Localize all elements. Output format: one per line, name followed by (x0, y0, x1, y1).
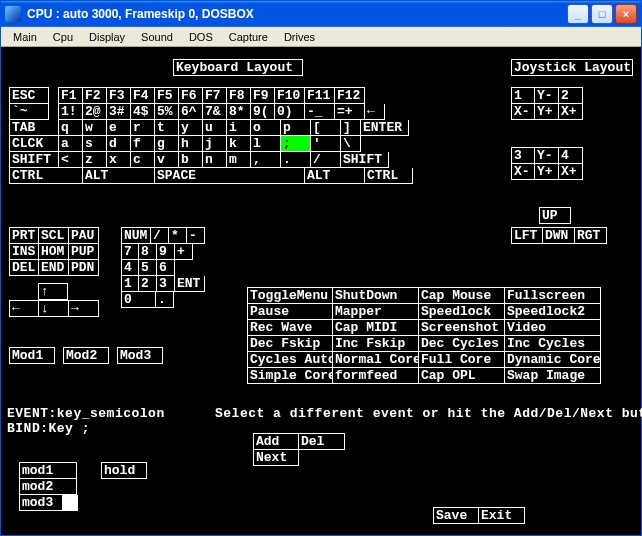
key-quote[interactable]: ' (311, 136, 341, 152)
key-period[interactable]: . (281, 152, 311, 168)
key-equals[interactable]: =+ (335, 104, 365, 120)
key-numlock[interactable]: NUM (121, 227, 151, 244)
key-y[interactable]: y (179, 120, 203, 136)
action-speedlock2[interactable]: Speedlock2 (505, 304, 601, 320)
joy1-yneg[interactable]: Y- (535, 87, 559, 104)
key-num9[interactable]: 9 (157, 244, 175, 260)
key-w[interactable]: w (83, 120, 107, 136)
menu-dos[interactable]: DOS (181, 29, 221, 45)
key-num5[interactable]: 5 (139, 260, 157, 276)
action-screenshot[interactable]: Screenshot (419, 320, 505, 336)
key-1[interactable]: 1! (59, 104, 83, 120)
action-cyclesauto[interactable]: Cycles Auto (247, 352, 333, 368)
action-dynamiccore[interactable]: Dynamic Core (505, 352, 601, 368)
key-pup[interactable]: PUP (69, 244, 99, 260)
key-lctrl[interactable]: CTRL (9, 168, 83, 184)
key-grave[interactable]: `~ (9, 104, 49, 120)
key-num2[interactable]: 2 (139, 276, 157, 292)
key-t[interactable]: t (155, 120, 179, 136)
menu-sound[interactable]: Sound (133, 29, 181, 45)
joy2-3[interactable]: 3 (511, 147, 535, 164)
key-i[interactable]: i (227, 120, 251, 136)
key-4[interactable]: 4$ (131, 104, 155, 120)
mod3-button[interactable]: Mod3 (117, 347, 163, 364)
close-button[interactable]: × (615, 4, 637, 24)
titlebar[interactable]: CPU : auto 3000, Frameskip 0, DOSBOX _ □… (1, 1, 641, 27)
action-normalcore[interactable]: Normal Core (333, 352, 419, 368)
key-u[interactable]: u (203, 120, 227, 136)
joy1-ypos[interactable]: Y+ (535, 104, 559, 120)
key-prt[interactable]: PRT (9, 227, 39, 244)
action-capopl[interactable]: Cap OPL (419, 368, 505, 384)
key-f1[interactable]: F1 (59, 87, 83, 104)
action-deccycles[interactable]: Dec Cycles (419, 336, 505, 352)
key-k[interactable]: k (227, 136, 251, 152)
key-backspace[interactable]: ← (365, 104, 385, 120)
key-right[interactable]: → (69, 300, 99, 317)
mod2-button[interactable]: Mod2 (63, 347, 109, 364)
key-enter[interactable]: ENTER (361, 120, 409, 136)
key-hom[interactable]: HOM (39, 244, 69, 260)
nav-down[interactable]: DWN (543, 227, 575, 244)
key-pau[interactable]: PAU (69, 227, 99, 244)
key-9[interactable]: 9( (251, 104, 275, 120)
key-num1[interactable]: 1 (121, 276, 139, 292)
key-g[interactable]: g (155, 136, 179, 152)
key-q[interactable]: q (59, 120, 83, 136)
key-num7[interactable]: 7 (121, 244, 139, 260)
action-recwave[interactable]: Rec Wave (247, 320, 333, 336)
action-incfskip[interactable]: Inc Fskip (333, 336, 419, 352)
key-scl[interactable]: SCL (39, 227, 69, 244)
key-s[interactable]: s (83, 136, 107, 152)
menu-drives[interactable]: Drives (276, 29, 323, 45)
key-space[interactable]: SPACE (155, 168, 305, 184)
key-nummul[interactable]: * (169, 227, 187, 244)
key-numsub[interactable]: - (187, 227, 205, 244)
action-formfeed[interactable]: formfeed (333, 368, 419, 384)
key-ralt[interactable]: ALT (305, 168, 365, 184)
menu-display[interactable]: Display (81, 29, 133, 45)
key-h[interactable]: h (179, 136, 203, 152)
key-j[interactable]: j (203, 136, 227, 152)
action-video[interactable]: Video (505, 320, 601, 336)
key-8[interactable]: 8* (227, 104, 251, 120)
key-f2[interactable]: F2 (83, 87, 107, 104)
key-numenter[interactable]: ENT (175, 276, 205, 292)
nav-right[interactable]: RGT (575, 227, 607, 244)
key-a[interactable]: a (59, 136, 83, 152)
key-f3[interactable]: F3 (107, 87, 131, 104)
key-r[interactable]: r (131, 120, 155, 136)
key-f[interactable]: f (131, 136, 155, 152)
action-fullcore[interactable]: Full Core (419, 352, 505, 368)
key-o[interactable]: o (251, 120, 281, 136)
action-capmouse[interactable]: Cap Mouse (419, 287, 505, 304)
nav-left[interactable]: LFT (511, 227, 543, 244)
key-lbracket[interactable]: [ (311, 120, 341, 136)
action-inccycles[interactable]: Inc Cycles (505, 336, 601, 352)
menu-main[interactable]: Main (5, 29, 45, 45)
action-capmidi[interactable]: Cap MIDI (333, 320, 419, 336)
key-0[interactable]: 0) (275, 104, 305, 120)
key-num8[interactable]: 8 (139, 244, 157, 260)
key-backslash[interactable]: \ (341, 136, 361, 152)
key-f7[interactable]: F7 (203, 87, 227, 104)
action-togglemenu[interactable]: ToggleMenu (247, 287, 333, 304)
key-capslock[interactable]: CLCK (9, 136, 59, 152)
key-7[interactable]: 7& (203, 104, 227, 120)
key-numdiv[interactable]: / (151, 227, 169, 244)
key-f11[interactable]: F11 (305, 87, 335, 104)
joy2-ypos[interactable]: Y+ (535, 164, 559, 180)
key-f9[interactable]: F9 (251, 87, 275, 104)
action-swapimage[interactable]: Swap Image (505, 368, 601, 384)
joy1-1[interactable]: 1 (511, 87, 535, 104)
key-del[interactable]: DEL (9, 260, 39, 276)
key-f8[interactable]: F8 (227, 87, 251, 104)
mod1-check[interactable]: mod1 (19, 462, 77, 479)
joy2-yneg[interactable]: Y- (535, 147, 559, 164)
key-esc[interactable]: ESC (9, 87, 49, 104)
key-lt[interactable]: < (59, 152, 83, 168)
key-up[interactable]: ↑ (38, 283, 68, 300)
action-fullscreen[interactable]: Fullscreen (505, 287, 601, 304)
joy2-4[interactable]: 4 (559, 147, 583, 164)
key-f4[interactable]: F4 (131, 87, 155, 104)
